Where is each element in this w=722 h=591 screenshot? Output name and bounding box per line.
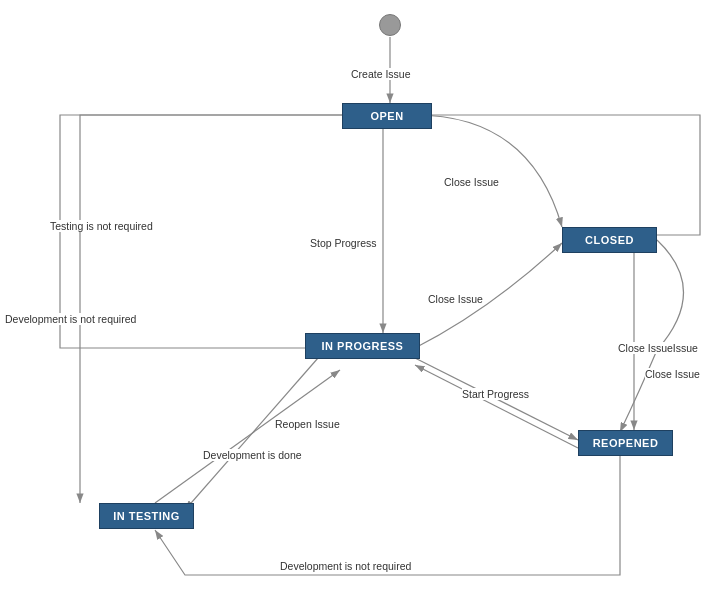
state-reopened: REOPENED — [578, 430, 673, 456]
state-intesting: IN TESTING — [99, 503, 194, 529]
label-start-progress: Start Progress — [462, 388, 529, 400]
label-reopen-issue: Reopen Issue — [275, 418, 340, 430]
label-testing-not-required: Testing is not required — [50, 220, 153, 232]
state-open: OPEN — [342, 103, 432, 129]
label-dev-is-done: Development is done — [203, 449, 302, 461]
label-close-issue-2: Close Issue — [428, 293, 483, 305]
label-stop-progress: Stop Progress — [310, 237, 377, 249]
start-circle — [379, 14, 401, 36]
state-inprogress: IN PROGRESS — [305, 333, 420, 359]
label-close-issue-1: Close Issue — [444, 176, 499, 188]
label-close-issue-issue: Close IssueIssue — [618, 342, 698, 354]
state-closed: CLOSED — [562, 227, 657, 253]
label-dev-not-required: Development is not required — [5, 313, 136, 325]
label-dev-not-required-2: Development is not required — [280, 560, 411, 572]
label-close-issue-3: Close Issue — [645, 368, 700, 380]
diagram-container: OPEN CLOSED IN PROGRESS REOPENED IN TEST… — [0, 0, 722, 591]
label-create-issue: Create Issue — [351, 68, 411, 80]
